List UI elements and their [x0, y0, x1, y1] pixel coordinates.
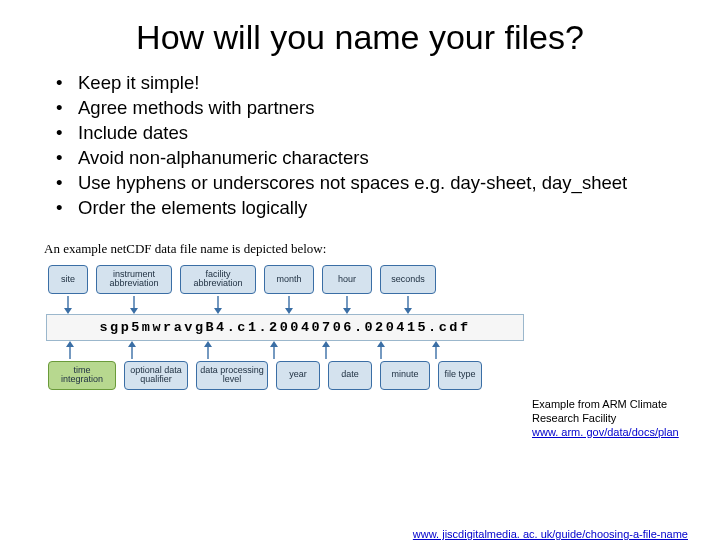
arrow-down-icon: [48, 296, 88, 314]
bullet-list: Keep it simple! Agree methods with partn…: [56, 71, 720, 221]
label-facility-abbreviation: facility abbreviation: [180, 265, 256, 294]
label-file-type: file type: [438, 361, 482, 390]
example-filename: sgp5mwravgB4.c1.20040706.020415.cdf: [46, 314, 524, 341]
label-hour: hour: [322, 265, 372, 294]
svg-marker-5: [214, 308, 222, 314]
arrow-up-icon: [48, 341, 92, 359]
svg-marker-3: [130, 308, 138, 314]
svg-marker-19: [270, 341, 278, 347]
svg-marker-9: [343, 308, 351, 314]
svg-marker-25: [432, 341, 440, 347]
bullet-item: Agree methods with partners: [56, 96, 720, 121]
arrow-down-icon: [180, 296, 256, 314]
arrow-down-icon: [322, 296, 372, 314]
label-month: month: [264, 265, 314, 294]
example-source-line2: Research Facility: [532, 412, 616, 424]
bullet-item: Order the elements logically: [56, 196, 720, 221]
svg-marker-21: [322, 341, 330, 347]
page-title: How will you name your files?: [0, 18, 720, 57]
label-instrument-abbreviation: instrument abbreviation: [96, 265, 172, 294]
svg-marker-11: [404, 308, 412, 314]
bullet-item: Keep it simple!: [56, 71, 720, 96]
label-seconds: seconds: [380, 265, 436, 294]
svg-marker-13: [66, 341, 74, 347]
footer-link[interactable]: www. jiscdigitalmedia. ac. uk/guide/choo…: [413, 528, 688, 540]
svg-marker-17: [204, 341, 212, 347]
svg-marker-23: [377, 341, 385, 347]
arrow-up-icon: [356, 341, 406, 359]
bullet-item: Use hyphens or underscores not spaces e.…: [56, 171, 720, 196]
example-source-line1: Example from ARM Climate: [532, 398, 667, 410]
label-minute: minute: [380, 361, 430, 390]
svg-marker-15: [128, 341, 136, 347]
svg-marker-1: [64, 308, 72, 314]
svg-marker-7: [285, 308, 293, 314]
bullet-item: Include dates: [56, 121, 720, 146]
label-data-processing-level: data processing level: [196, 361, 268, 390]
filename-diagram: An example netCDF data file name is depi…: [44, 241, 526, 390]
label-site: site: [48, 265, 88, 294]
label-date: date: [328, 361, 372, 390]
arrow-up-icon: [252, 341, 296, 359]
label-time-integration: time integration: [48, 361, 116, 390]
arrow-down-icon: [96, 296, 172, 314]
example-source-note: Example from ARM Climate Research Facili…: [532, 398, 702, 439]
arrow-down-icon: [380, 296, 436, 314]
arrow-up-icon: [172, 341, 244, 359]
bullet-item: Avoid non-alphanumeric characters: [56, 146, 720, 171]
arrow-down-icon: [264, 296, 314, 314]
example-source-link[interactable]: www. arm. gov/data/docs/plan: [532, 426, 679, 438]
diagram-caption: An example netCDF data file name is depi…: [44, 241, 526, 257]
arrow-up-icon: [414, 341, 458, 359]
arrow-up-icon: [304, 341, 348, 359]
arrow-up-icon: [100, 341, 164, 359]
label-year: year: [276, 361, 320, 390]
label-optional-data-qualifier: optional data qualifier: [124, 361, 188, 390]
